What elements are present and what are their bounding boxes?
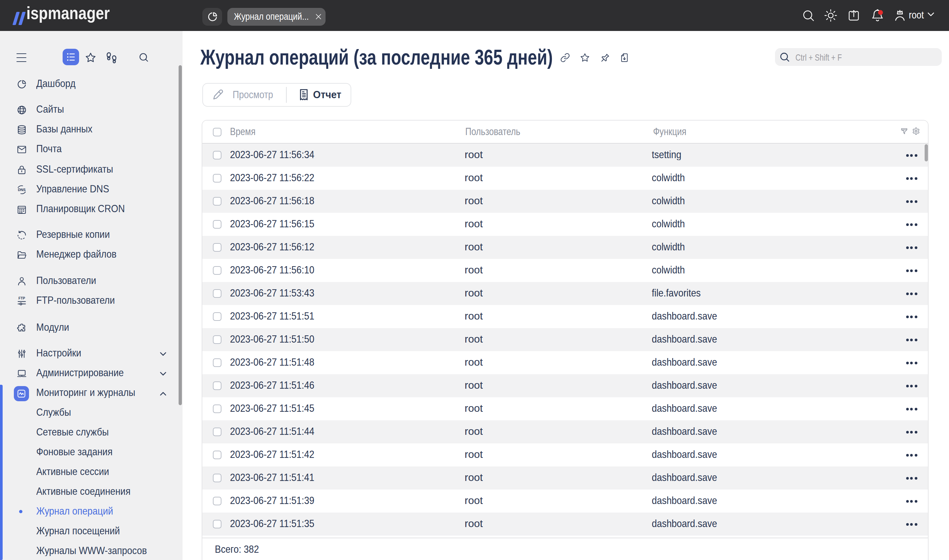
svg-text:FTP: FTP: [18, 296, 25, 300]
svg-text:DNS: DNS: [18, 188, 26, 192]
